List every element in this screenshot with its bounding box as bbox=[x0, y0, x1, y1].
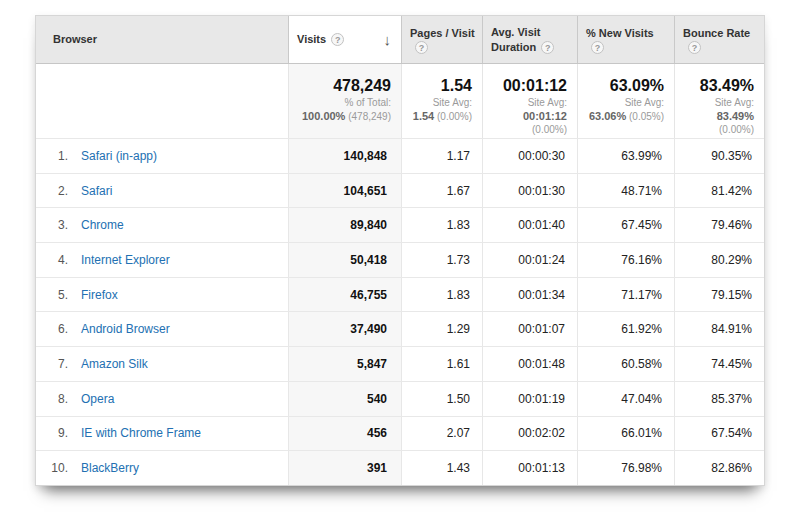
table-row: 3. Chrome 89,840 1.83 00:01:40 67.45% 79… bbox=[36, 207, 764, 242]
browser-link[interactable]: Opera bbox=[81, 392, 114, 406]
visits-value: 50,418 bbox=[288, 243, 401, 277]
browser-link[interactable]: Amazon Silk bbox=[81, 357, 148, 371]
column-header-visits-label: Visits bbox=[297, 32, 326, 47]
browser-link[interactable]: Firefox bbox=[81, 288, 118, 302]
bounce-rate-value: 67.54% bbox=[674, 417, 764, 451]
browser-link[interactable]: Safari bbox=[81, 184, 112, 198]
new-visits-value: 76.16% bbox=[577, 243, 674, 277]
browser-link[interactable]: Internet Explorer bbox=[81, 253, 170, 267]
help-icon[interactable]: ? bbox=[331, 33, 344, 46]
new-visits-value: 61.92% bbox=[577, 312, 674, 346]
bounce-rate-value: 85.37% bbox=[674, 382, 764, 416]
summary-pages-paren: (0.00%) bbox=[437, 111, 472, 122]
browser-cell: 10. BlackBerry bbox=[36, 451, 288, 485]
summary-new-visits-total: 63.09% bbox=[584, 77, 664, 95]
avg-visit-duration-value: 00:01:13 bbox=[482, 451, 577, 485]
summary-visits-total: 478,249 bbox=[295, 77, 391, 95]
browser-link[interactable]: Android Browser bbox=[81, 322, 170, 336]
browser-link[interactable]: Safari (in-app) bbox=[81, 149, 157, 163]
summary-new-visits-paren: (0.05%) bbox=[629, 111, 664, 122]
avg-visit-duration-value: 00:02:02 bbox=[482, 417, 577, 451]
summary-row: 478,249 % of Total: 100.00% (478,249) 1.… bbox=[36, 64, 764, 138]
summary-pages-site-value: 1.54 bbox=[413, 110, 434, 122]
row-rank: 9. bbox=[42, 426, 68, 440]
browser-cell: 5. Firefox bbox=[36, 278, 288, 312]
new-visits-value: 60.58% bbox=[577, 347, 674, 381]
table-row: 8. Opera 540 1.50 00:01:19 47.04% 85.37% bbox=[36, 381, 764, 416]
browser-cell: 9. IE with Chrome Frame bbox=[36, 417, 288, 451]
avg-visit-duration-value: 00:01:24 bbox=[482, 243, 577, 277]
help-icon[interactable]: ? bbox=[591, 41, 604, 54]
pages-per-visit-value: 1.29 bbox=[401, 312, 482, 346]
browser-cell: 6. Android Browser bbox=[36, 312, 288, 346]
visits-value: 104,651 bbox=[288, 174, 401, 208]
pages-per-visit-value: 2.07 bbox=[401, 417, 482, 451]
help-icon[interactable]: ? bbox=[688, 41, 701, 54]
browser-link[interactable]: Chrome bbox=[81, 218, 124, 232]
avg-visit-duration-value: 00:01:48 bbox=[482, 347, 577, 381]
summary-new-visits-caption: Site Avg: bbox=[584, 96, 664, 109]
avg-visit-duration-value: 00:01:34 bbox=[482, 278, 577, 312]
column-header-duration-label-line1: Avg. Visit bbox=[491, 25, 541, 40]
avg-visit-duration-value: 00:01:07 bbox=[482, 312, 577, 346]
row-rank: 3. bbox=[42, 218, 68, 232]
table-header-row: Browser Visits ? ↓ Pages / Visit ? Avg. … bbox=[36, 16, 764, 64]
help-icon[interactable]: ? bbox=[415, 41, 428, 54]
bounce-rate-value: 79.46% bbox=[674, 208, 764, 242]
summary-bounce-total: 83.49% bbox=[681, 77, 754, 95]
row-rank: 2. bbox=[42, 184, 68, 198]
summary-avg-visit-duration: 00:01:12 Site Avg: 00:01:12 (0.00%) bbox=[482, 64, 577, 138]
bounce-rate-value: 84.91% bbox=[674, 312, 764, 346]
summary-browser-empty bbox=[36, 64, 288, 138]
visits-value: 140,848 bbox=[288, 139, 401, 173]
row-rank: 4. bbox=[42, 253, 68, 267]
browser-link[interactable]: IE with Chrome Frame bbox=[81, 426, 201, 440]
visits-value: 391 bbox=[288, 451, 401, 485]
column-header-duration-label-line2: Duration bbox=[491, 41, 536, 53]
row-rank: 10. bbox=[42, 461, 68, 475]
new-visits-value: 71.17% bbox=[577, 278, 674, 312]
summary-pages-caption: Site Avg: bbox=[408, 96, 472, 109]
sort-descending-icon[interactable]: ↓ bbox=[384, 32, 394, 47]
avg-visit-duration-value: 00:00:30 bbox=[482, 139, 577, 173]
visits-value: 456 bbox=[288, 417, 401, 451]
table-row: 10. BlackBerry 391 1.43 00:01:13 76.98% … bbox=[36, 450, 764, 485]
pages-per-visit-value: 1.61 bbox=[401, 347, 482, 381]
browser-link[interactable]: BlackBerry bbox=[81, 461, 139, 475]
summary-duration-total: 00:01:12 bbox=[489, 77, 567, 95]
summary-visits-paren: (478,249) bbox=[348, 111, 391, 122]
bounce-rate-value: 80.29% bbox=[674, 243, 764, 277]
help-icon[interactable]: ? bbox=[541, 41, 554, 54]
summary-bounce-rate: 83.49% Site Avg: 83.49% (0.00%) bbox=[674, 64, 764, 138]
column-header-avg-visit-duration[interactable]: Avg. Visit Duration? bbox=[482, 16, 577, 63]
pages-per-visit-value: 1.43 bbox=[401, 451, 482, 485]
browser-cell: 2. Safari bbox=[36, 174, 288, 208]
bounce-rate-value: 79.15% bbox=[674, 278, 764, 312]
column-header-pages-per-visit[interactable]: Pages / Visit ? bbox=[401, 16, 482, 63]
summary-visits-caption: % of Total: bbox=[295, 96, 391, 109]
table-row: 6. Android Browser 37,490 1.29 00:01:07 … bbox=[36, 311, 764, 346]
avg-visit-duration-value: 00:01:30 bbox=[482, 174, 577, 208]
pages-per-visit-value: 1.50 bbox=[401, 382, 482, 416]
new-visits-value: 63.99% bbox=[577, 139, 674, 173]
summary-pages-total: 1.54 bbox=[408, 77, 472, 95]
pages-per-visit-value: 1.67 bbox=[401, 174, 482, 208]
bounce-rate-value: 74.45% bbox=[674, 347, 764, 381]
column-header-bounce-rate[interactable]: Bounce Rate ? bbox=[674, 16, 764, 63]
table-row: 2. Safari 104,651 1.67 00:01:30 48.71% 8… bbox=[36, 173, 764, 208]
new-visits-value: 66.01% bbox=[577, 417, 674, 451]
column-header-new-visits[interactable]: % New Visits ? bbox=[577, 16, 674, 63]
table-body: 1. Safari (in-app) 140,848 1.17 00:00:30… bbox=[36, 138, 764, 485]
column-header-visits[interactable]: Visits ? ↓ bbox=[288, 16, 401, 63]
summary-duration-site-value: 00:01:12 bbox=[523, 110, 567, 122]
browser-cell: 3. Chrome bbox=[36, 208, 288, 242]
column-header-browser[interactable]: Browser bbox=[36, 16, 288, 63]
avg-visit-duration-value: 00:01:19 bbox=[482, 382, 577, 416]
pages-per-visit-value: 1.73 bbox=[401, 243, 482, 277]
table-row: 4. Internet Explorer 50,418 1.73 00:01:2… bbox=[36, 242, 764, 277]
avg-visit-duration-value: 00:01:40 bbox=[482, 208, 577, 242]
column-header-new-visits-label: % New Visits bbox=[586, 26, 654, 41]
bounce-rate-value: 90.35% bbox=[674, 139, 764, 173]
browser-report-table: Browser Visits ? ↓ Pages / Visit ? Avg. … bbox=[35, 15, 765, 486]
summary-visits-site-value: 100.00% bbox=[302, 110, 345, 122]
